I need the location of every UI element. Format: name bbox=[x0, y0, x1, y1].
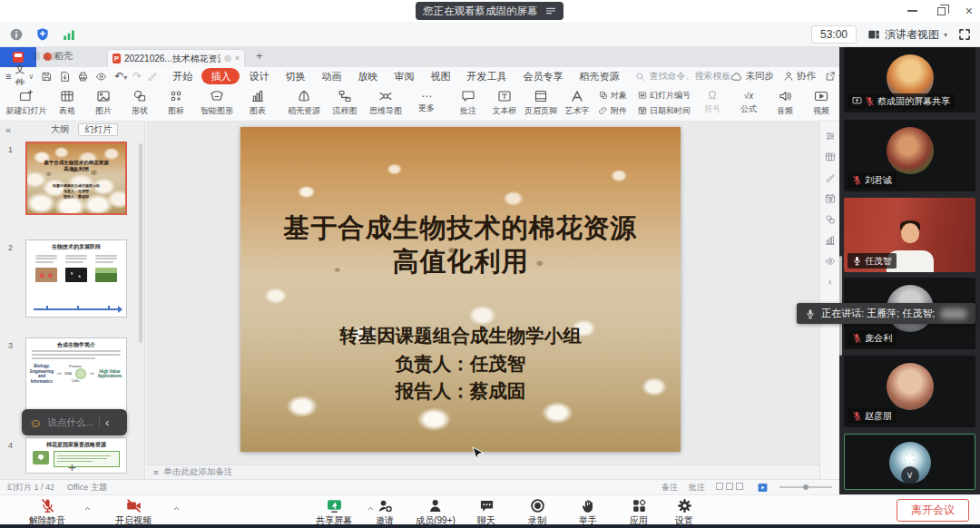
quick-chat-bar[interactable]: ☺ 说点什么... ‹ bbox=[22, 409, 127, 435]
sync-status[interactable]: 未同步 bbox=[730, 70, 774, 83]
ribbon-formula[interactable]: √x公式 bbox=[730, 86, 767, 121]
expand-panel-icon[interactable]: ‹ bbox=[828, 277, 832, 287]
slide-thumbnail-3[interactable]: 合成生物学简介 Biology, Engineering and Informa… bbox=[25, 337, 127, 412]
ribbon-attachment[interactable]: 附件 bbox=[599, 105, 627, 117]
add-slide-button[interactable]: + bbox=[68, 459, 76, 474]
collapse-panel-icon[interactable]: « bbox=[5, 124, 11, 135]
preview-panel-icon[interactable] bbox=[825, 256, 836, 267]
ribbon-comment[interactable]: 批注 bbox=[450, 86, 486, 121]
ribbon-new-slide[interactable]: 新建幻灯片 bbox=[4, 86, 49, 121]
tab-home[interactable]: 开始 bbox=[165, 69, 200, 84]
ribbon-icons[interactable]: 图标 bbox=[158, 86, 194, 121]
share-screen-button[interactable]: 共享屏幕 bbox=[316, 498, 352, 527]
banner-menu-icon[interactable] bbox=[545, 5, 556, 16]
raise-hand-button[interactable]: 举手 bbox=[579, 498, 597, 527]
ribbon-image[interactable]: 图片 bbox=[85, 86, 122, 121]
ribbon-wordart[interactable]: 艺术字 bbox=[559, 86, 595, 121]
tab-view[interactable]: 视图 bbox=[423, 69, 457, 84]
tab-animation[interactable]: 动画 bbox=[314, 69, 348, 84]
ribbon-object[interactable]: 对象 bbox=[599, 90, 627, 102]
style-panel-icon[interactable] bbox=[825, 172, 836, 183]
view-mode-select[interactable]: 演讲者视图 ▾ bbox=[867, 27, 947, 43]
tab-insert[interactable]: 插入 bbox=[201, 68, 240, 84]
comments-toggle[interactable]: 批注 bbox=[689, 482, 705, 494]
ribbon-audio[interactable]: 音频 bbox=[767, 86, 803, 121]
format-brush-icon[interactable] bbox=[147, 71, 158, 82]
collapse-list-icon[interactable]: ∨ bbox=[901, 466, 919, 484]
tab-pin-icon[interactable]: ◎ bbox=[224, 54, 231, 63]
notes-bar[interactable]: ≡ 单击此处添加备注 bbox=[146, 464, 819, 479]
restore-button[interactable] bbox=[937, 7, 946, 15]
ribbon-video[interactable]: 视频 bbox=[803, 86, 839, 121]
slide-thumbnail-1[interactable]: 基于合成生物技术的棉花资源高值化利用 转基因课题组合成生物学小组负责人：任茂智报… bbox=[25, 142, 127, 215]
slideshow-play-icon[interactable] bbox=[757, 482, 769, 494]
participant-tile-video[interactable]: 任茂智 bbox=[844, 198, 975, 272]
panel-scrollbar[interactable] bbox=[139, 143, 142, 343]
ribbon-flowchart[interactable]: 流程图 bbox=[327, 86, 363, 121]
tab-review[interactable]: 审阅 bbox=[387, 69, 421, 84]
current-slide[interactable]: 基于合成生物技术的棉花资源 高值化利用 转基因课题组合成生物学小组 负责人：任茂… bbox=[240, 127, 681, 452]
settings-button[interactable]: 设置 bbox=[675, 498, 693, 527]
leave-meeting-button[interactable]: 离开会议 bbox=[897, 499, 969, 522]
video-options-caret[interactable] bbox=[172, 504, 181, 513]
chart-panel-icon[interactable] bbox=[825, 235, 836, 246]
ribbon-textbox[interactable]: 文本框 bbox=[486, 86, 523, 121]
unmute-button[interactable]: 解除静音 bbox=[29, 498, 65, 527]
export-icon[interactable] bbox=[59, 71, 71, 83]
view-mode-buttons[interactable] bbox=[716, 483, 746, 492]
undo-icon[interactable]: ↶▾ bbox=[114, 70, 127, 83]
new-tab-button[interactable]: + bbox=[256, 49, 263, 63]
chat-input-placeholder[interactable]: 说点什么... bbox=[47, 416, 93, 429]
redo-icon[interactable]: ↷ bbox=[132, 70, 142, 83]
ribbon-datetime[interactable]: 日期和时间 bbox=[638, 105, 691, 117]
ribbon-shapes[interactable]: 形状 bbox=[122, 86, 158, 121]
apps-button[interactable]: 应用 bbox=[630, 498, 648, 527]
tab-close-icon[interactable]: × bbox=[235, 54, 240, 63]
ribbon-smartart[interactable]: 智能图形 bbox=[194, 86, 240, 121]
members-button[interactable]: 成员(99+) bbox=[416, 498, 456, 527]
collab-button[interactable]: 协作 bbox=[783, 70, 816, 83]
properties-panel-icon[interactable] bbox=[825, 131, 836, 142]
minimize-button[interactable] bbox=[907, 10, 917, 12]
slide-thumbnail-2[interactable]: 生物技术的发展阶段 bbox=[25, 240, 127, 318]
tab-design[interactable]: 设计 bbox=[241, 69, 276, 84]
emoji-icon[interactable]: ☺ bbox=[29, 416, 42, 429]
save-icon[interactable] bbox=[41, 71, 53, 83]
participant-tile-active[interactable]: * ∨ bbox=[844, 434, 975, 490]
fullscreen-icon[interactable] bbox=[958, 28, 971, 41]
chat-button[interactable]: 聊天 bbox=[477, 498, 495, 527]
preview-icon[interactable] bbox=[95, 71, 107, 83]
invite-button[interactable]: 邀请 bbox=[376, 498, 394, 527]
close-button[interactable]: × bbox=[965, 5, 973, 17]
ribbon-symbol[interactable]: Ω符号 bbox=[694, 86, 730, 121]
tab-docer-res[interactable]: 稻壳资源 bbox=[572, 69, 626, 84]
participant-tile-share[interactable]: 蔡成固的屏幕共享 bbox=[844, 47, 975, 112]
ribbon-slide-number[interactable]: 幻灯片编号 bbox=[638, 90, 691, 102]
outline-tab[interactable]: 大纲 bbox=[51, 123, 69, 136]
ribbon-more[interactable]: ⋯更多 bbox=[408, 86, 445, 121]
security-shield-icon[interactable] bbox=[35, 27, 50, 42]
ribbon-chart[interactable]: 图表 bbox=[240, 86, 276, 121]
ribbon-docer-res[interactable]: 稻壳资源 bbox=[281, 86, 327, 121]
slides-tab[interactable]: 幻灯片 bbox=[78, 123, 118, 136]
shape-panel-icon[interactable] bbox=[825, 214, 836, 225]
zoom-slider[interactable] bbox=[779, 486, 832, 488]
ribbon-mindmap[interactable]: 思维导图 bbox=[363, 86, 408, 121]
animation-panel-icon[interactable] bbox=[825, 193, 836, 204]
tab-devtools[interactable]: 开发工具 bbox=[459, 69, 514, 84]
record-button[interactable]: 录制 bbox=[528, 498, 546, 527]
share-options-caret[interactable] bbox=[367, 504, 375, 513]
document-tab[interactable]: P 20221026...技术棉花资源利用 ◎ × bbox=[107, 49, 245, 67]
participant-tile[interactable]: 赵彦朋 bbox=[844, 356, 975, 427]
mic-options-caret[interactable] bbox=[83, 504, 92, 513]
tab-member[interactable]: 会员专享 bbox=[515, 69, 570, 84]
tab-slideshow[interactable]: 放映 bbox=[350, 69, 385, 84]
layout-panel-icon[interactable] bbox=[825, 152, 836, 162]
tab-transition[interactable]: 切换 bbox=[278, 69, 312, 84]
watching-banner[interactable]: 您正在观看蔡成固的屏幕 bbox=[416, 2, 564, 20]
meeting-info-icon[interactable] bbox=[9, 27, 24, 42]
command-search[interactable]: 查找命令、搜索模板 bbox=[635, 70, 730, 83]
ribbon-table[interactable]: 表格 bbox=[49, 86, 85, 121]
print-icon[interactable] bbox=[77, 71, 89, 83]
notes-toggle[interactable]: 备注 bbox=[662, 482, 678, 494]
